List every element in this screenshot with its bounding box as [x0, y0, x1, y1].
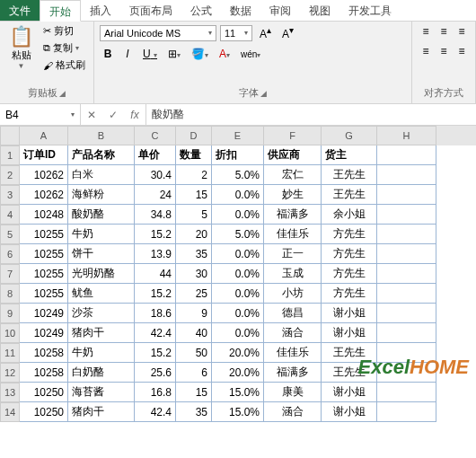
cell[interactable]: 6 — [176, 363, 212, 383]
cell[interactable]: 5.0% — [212, 165, 264, 185]
font-name-select[interactable]: Arial Unicode MS▾ — [100, 25, 216, 41]
cell[interactable]: 15.2 — [135, 343, 176, 363]
cell[interactable]: 货主 — [322, 145, 377, 165]
cell[interactable]: 方先生 — [322, 284, 377, 304]
row-header[interactable]: 1 — [0, 145, 20, 165]
cell[interactable]: 10255 — [20, 284, 68, 304]
row-header[interactable]: 13 — [0, 383, 20, 402]
row-header[interactable]: 9 — [0, 304, 20, 323]
cell[interactable] — [377, 165, 436, 185]
cell[interactable]: 方先生 — [322, 244, 377, 264]
row-header[interactable]: 6 — [0, 244, 20, 264]
col-header[interactable]: B — [68, 126, 135, 145]
cell[interactable]: 佳佳乐 — [264, 225, 322, 244]
col-header[interactable]: D — [176, 126, 212, 145]
cell[interactable]: 谢小姐 — [322, 323, 377, 343]
italic-button[interactable]: I — [119, 46, 136, 62]
cell[interactable]: 白奶酪 — [68, 363, 135, 383]
align-center-button[interactable]: ≡ — [436, 43, 452, 59]
row-header[interactable]: 10 — [0, 323, 20, 343]
tab-home[interactable]: 开始 — [40, 0, 81, 22]
formula-input[interactable]: 酸奶酪 — [146, 104, 476, 125]
shrink-font-button[interactable]: A▾ — [278, 23, 297, 42]
col-header[interactable]: E — [212, 126, 264, 145]
cell[interactable]: 30 — [176, 264, 212, 284]
name-box[interactable]: B4▾ — [0, 104, 81, 125]
row-header[interactable]: 12 — [0, 363, 20, 383]
cell[interactable]: 0.0% — [212, 185, 264, 205]
cell[interactable] — [377, 323, 436, 343]
tab-insert[interactable]: 插入 — [81, 0, 120, 21]
cell[interactable]: 0.0% — [212, 323, 264, 343]
font-size-select[interactable]: 11▾ — [220, 25, 252, 41]
tab-dev[interactable]: 开发工具 — [339, 0, 401, 21]
col-header[interactable]: H — [377, 126, 436, 145]
cell[interactable]: 15.0% — [212, 402, 264, 422]
cell[interactable]: 正一 — [264, 244, 322, 264]
cell[interactable]: 10258 — [20, 343, 68, 363]
col-header[interactable]: F — [264, 126, 322, 145]
cell[interactable]: 鱿鱼 — [68, 284, 135, 304]
cell[interactable]: 折扣 — [212, 145, 264, 165]
align-bottom-button[interactable]: ≡ — [454, 23, 470, 40]
cell[interactable]: 0.0% — [212, 284, 264, 304]
cell[interactable]: 2 — [176, 165, 212, 185]
cell[interactable]: 饼干 — [68, 244, 135, 264]
cell[interactable]: 15 — [176, 383, 212, 402]
cell[interactable]: 15.2 — [135, 284, 176, 304]
cell[interactable] — [377, 383, 436, 402]
col-header[interactable]: G — [322, 126, 377, 145]
confirm-button[interactable]: ✓ — [102, 104, 124, 125]
tab-view[interactable]: 视图 — [300, 0, 339, 21]
cell[interactable]: 福满多 — [264, 205, 322, 225]
cell[interactable]: 15 — [176, 185, 212, 205]
cell[interactable]: 订单ID — [20, 145, 68, 165]
cell[interactable]: 40 — [176, 323, 212, 343]
row-header[interactable]: 14 — [0, 402, 20, 422]
cell[interactable]: 供应商 — [264, 145, 322, 165]
cell[interactable]: 王先生 — [322, 363, 377, 383]
cell[interactable]: 佳佳乐 — [264, 343, 322, 363]
cell[interactable]: 25.6 — [135, 363, 176, 383]
dialog-launcher-icon[interactable]: ◢ — [260, 89, 267, 98]
cell[interactable]: 谢小姐 — [322, 383, 377, 402]
cell[interactable]: 谢小姐 — [322, 304, 377, 323]
bold-button[interactable]: B — [100, 46, 116, 62]
align-middle-button[interactable]: ≡ — [436, 23, 452, 40]
cell[interactable]: 50 — [176, 343, 212, 363]
cell[interactable]: 10255 — [20, 225, 68, 244]
cell[interactable]: 35 — [176, 402, 212, 422]
cell[interactable]: 0.0% — [212, 205, 264, 225]
cell[interactable]: 沙茶 — [68, 304, 135, 323]
cell[interactable]: 20.0% — [212, 343, 264, 363]
cell[interactable]: 35 — [176, 244, 212, 264]
copy-button[interactable]: ⧉复制▾ — [40, 40, 88, 56]
cell[interactable]: 光明奶酪 — [68, 264, 135, 284]
cell[interactable]: 10249 — [20, 304, 68, 323]
cell[interactable]: 25 — [176, 284, 212, 304]
cell[interactable]: 13.9 — [135, 244, 176, 264]
cell[interactable]: 0.0% — [212, 264, 264, 284]
cell[interactable]: 10250 — [20, 383, 68, 402]
cell[interactable] — [377, 264, 436, 284]
cell[interactable] — [377, 244, 436, 264]
cell[interactable]: 5 — [176, 205, 212, 225]
cell[interactable]: 王先生 — [322, 185, 377, 205]
cell[interactable]: 猪肉干 — [68, 323, 135, 343]
row-header[interactable]: 8 — [0, 284, 20, 304]
cell[interactable]: 10262 — [20, 185, 68, 205]
cut-button[interactable]: ✂剪切 — [40, 23, 88, 39]
cell[interactable]: 20 — [176, 225, 212, 244]
cell[interactable]: 涵合 — [264, 323, 322, 343]
cell[interactable]: 白米 — [68, 165, 135, 185]
cell[interactable]: 单价 — [135, 145, 176, 165]
cell[interactable]: 福满多 — [264, 363, 322, 383]
cell[interactable]: 玉成 — [264, 264, 322, 284]
cell[interactable] — [377, 284, 436, 304]
tab-review[interactable]: 审阅 — [260, 0, 300, 21]
cell[interactable]: 44 — [135, 264, 176, 284]
cell[interactable]: 10262 — [20, 165, 68, 185]
cell[interactable] — [377, 343, 436, 363]
underline-button[interactable]: U ▾ — [139, 46, 161, 62]
cancel-button[interactable]: ✕ — [81, 104, 102, 125]
